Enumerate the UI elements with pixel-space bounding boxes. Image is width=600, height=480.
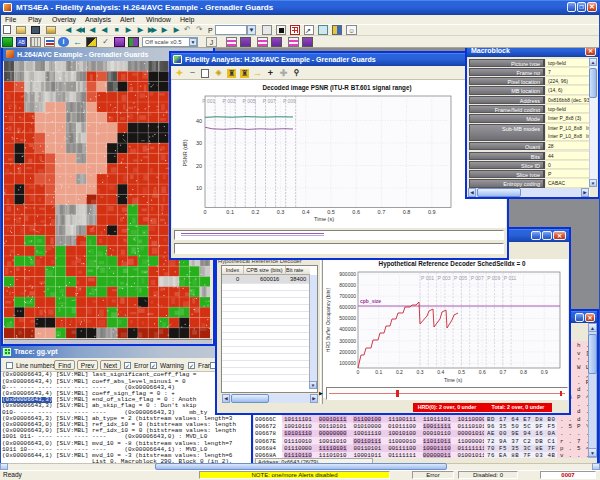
svg-text:P 003: P 003 xyxy=(223,98,236,104)
svg-text:0.9: 0.9 xyxy=(428,209,436,215)
svg-text:0: 0 xyxy=(203,209,206,215)
svg-text:400000: 400000 xyxy=(339,326,356,332)
svg-text:P 007: P 007 xyxy=(263,98,276,104)
svg-text:0.3: 0.3 xyxy=(417,369,424,375)
svg-text:P 003: P 003 xyxy=(438,275,451,281)
svg-text:Decoded image PSNR (ITU-R BT.6: Decoded image PSNR (ITU-R BT.601 signal … xyxy=(262,84,411,92)
svg-text:P 005: P 005 xyxy=(454,275,467,281)
svg-text:0.5: 0.5 xyxy=(458,369,465,375)
svg-text:P 007: P 007 xyxy=(471,275,484,281)
svg-text:10: 10 xyxy=(196,185,202,191)
svg-text:600000: 600000 xyxy=(339,304,356,310)
svg-text:P 011: P 011 xyxy=(504,275,517,281)
svg-text:0.7: 0.7 xyxy=(378,209,386,215)
svg-text:HRD Buffer Occupancy (bits): HRD Buffer Occupancy (bits) xyxy=(325,287,331,352)
svg-text:0.7: 0.7 xyxy=(499,369,506,375)
svg-text:0.5: 0.5 xyxy=(327,209,335,215)
svg-text:cpb_size: cpb_size xyxy=(360,298,381,304)
svg-text:P 001: P 001 xyxy=(421,275,434,281)
svg-text:0.6: 0.6 xyxy=(479,369,486,375)
svg-text:40: 40 xyxy=(196,118,202,124)
svg-text:0.2: 0.2 xyxy=(252,209,260,215)
svg-text:0.1: 0.1 xyxy=(226,209,234,215)
svg-text:P 009: P 009 xyxy=(283,98,296,104)
svg-text:P 001: P 001 xyxy=(202,98,215,104)
svg-text:700000: 700000 xyxy=(339,293,356,299)
svg-text:900000: 900000 xyxy=(339,271,356,277)
svg-text:0.8: 0.8 xyxy=(520,369,527,375)
svg-text:Time (s): Time (s) xyxy=(314,216,334,222)
svg-text:0.1: 0.1 xyxy=(375,369,382,375)
svg-text:0.3: 0.3 xyxy=(277,209,285,215)
svg-text:P 005: P 005 xyxy=(243,98,256,104)
svg-text:0.6: 0.6 xyxy=(352,209,360,215)
svg-text:PSNR (dB): PSNR (dB) xyxy=(182,139,188,166)
svg-text:0.4: 0.4 xyxy=(437,369,444,375)
svg-text:300000: 300000 xyxy=(339,338,356,344)
svg-text:Time (s): Time (s) xyxy=(444,377,462,383)
svg-text:20: 20 xyxy=(196,163,202,169)
svg-text:0.2: 0.2 xyxy=(396,369,403,375)
svg-text:0.9: 0.9 xyxy=(541,369,548,375)
svg-text:P 009: P 009 xyxy=(487,275,500,281)
svg-text:500000: 500000 xyxy=(339,315,356,321)
svg-text:100000: 100000 xyxy=(339,360,356,366)
svg-text:0: 0 xyxy=(357,369,360,375)
svg-text:0.4: 0.4 xyxy=(302,209,310,215)
svg-text:30: 30 xyxy=(196,140,202,146)
svg-text:800000: 800000 xyxy=(339,282,356,288)
svg-text:200000: 200000 xyxy=(339,349,356,355)
svg-text:0.8: 0.8 xyxy=(403,209,411,215)
